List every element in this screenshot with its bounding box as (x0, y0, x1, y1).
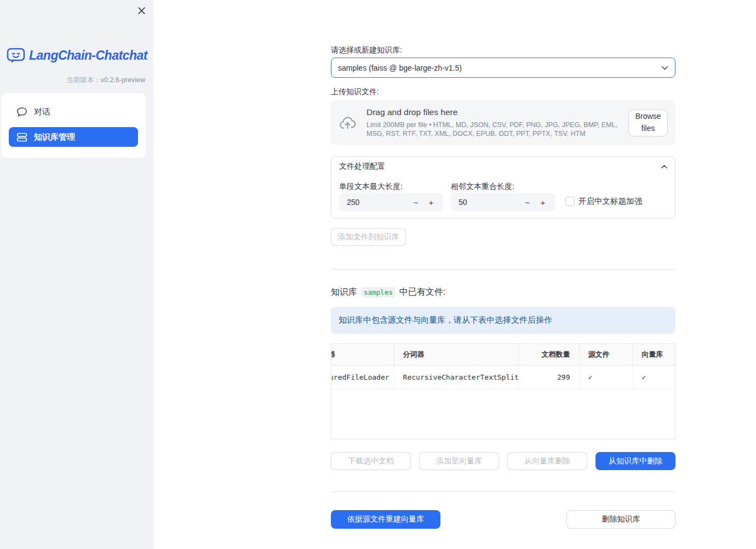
add-to-vector-store-button[interactable]: 添加至向量库 (419, 452, 499, 470)
cell-splitter: RecursiveCharacterTextSplitter (394, 365, 519, 389)
kb-bottom-buttons: 依据源文件重建向量库 删除知识库 (331, 510, 675, 529)
kb-select-label: 请选择或新建知识库: (331, 45, 675, 55)
kb-files-prefix: 知识库 (331, 287, 357, 298)
file-config-expander: 文件处理配置 单段文本最大长度: 相邻文本重合长度: 250 − + 50 − … (331, 156, 675, 219)
stacked-database-icon (16, 132, 27, 142)
sidebar-close-button[interactable] (135, 4, 147, 16)
chatchat-logo-icon (7, 47, 25, 64)
overlap-increment-button[interactable]: + (535, 195, 551, 210)
chat-bubble-icon (16, 107, 27, 117)
table-header-loader[interactable]: 器 (331, 344, 394, 365)
table-header-row: 器 分词器 文档数量 源文件 向量库 (331, 344, 675, 365)
sidebar-item-label: 知识库管理 (34, 132, 75, 142)
kb-files-suffix: 中已有文件: (399, 287, 445, 298)
delete-kb-button[interactable]: 删除知识库 (566, 510, 675, 529)
info-alert-text: 知识库中包含源文件与向量库，请从下表中选择文件后操作 (339, 315, 552, 325)
app-logo: LangChain-Chatchat (7, 47, 147, 64)
chunk-size-label: 单段文本最大长度: (339, 182, 403, 192)
chunk-size-decrement-button[interactable]: − (408, 195, 423, 210)
overlap-input[interactable]: 50 − + (451, 193, 555, 211)
cell-loader: uredFileLoader (331, 365, 394, 389)
divider (331, 269, 675, 270)
cell-source-file-check: ✓ (580, 365, 633, 389)
table-row[interactable]: uredFileLoader RecursiveCharacterTextSpl… (331, 365, 675, 390)
add-files-to-kb-button[interactable]: 添加文件到知识库 (331, 228, 406, 246)
close-icon (138, 7, 146, 15)
version-info: 当前版本：v0.2.6-preview (66, 76, 145, 85)
sidebar-menu: 对话 知识库管理 (1, 93, 146, 158)
main-content: 请选择或新建知识库: samples (faiss @ bge-large-zh… (331, 0, 675, 549)
uploader-title: Drag and drop files here (366, 107, 628, 117)
sidebar-item-dialogue[interactable]: 对话 (9, 102, 138, 122)
kb-selected-option: samples (faiss @ bge-large-zh-v1.5) (338, 64, 661, 72)
chunk-size-input[interactable]: 250 − + (339, 193, 443, 211)
overlap-label: 相邻文本重合长度: (451, 182, 514, 192)
cell-vector-store-check: ✓ (633, 365, 675, 389)
sidebar: LangChain-Chatchat 当前版本：v0.2.6-preview 对… (0, 0, 153, 549)
chunk-size-value: 250 (347, 198, 408, 207)
cell-doc-count: 299 (519, 365, 580, 389)
kb-files-heading: 知识库 samples 中已有文件: (331, 287, 675, 298)
file-uploader-dropzone[interactable]: Drag and drop files here Limit 200MB per… (331, 100, 675, 145)
uploader-limit-text: Limit 200MB per file • HTML, MD, JSON, C… (366, 121, 628, 139)
version-value: v0.2.6-preview (101, 76, 145, 84)
zh-title-enhance-label: 开启中文标题加强 (579, 196, 642, 207)
cloud-upload-icon (339, 115, 357, 131)
kb-files-table: 器 分词器 文档数量 源文件 向量库 uredFileLoader Recurs… (331, 344, 675, 439)
kb-name-code: samples (362, 287, 395, 298)
table-header-doc-count[interactable]: 文档数量 (519, 344, 580, 365)
uploader-text: Drag and drop files here Limit 200MB per… (366, 107, 628, 139)
chevron-up-icon (661, 165, 667, 169)
browse-files-button[interactable]: Browse files (628, 110, 668, 136)
table-header-vector-store[interactable]: 向量库 (633, 344, 675, 365)
divider (331, 491, 675, 492)
expander-title: 文件处理配置 (339, 162, 661, 171)
rebuild-vector-store-button[interactable]: 依据源文件重建向量库 (331, 510, 440, 529)
sidebar-item-knowledge-base[interactable]: 知识库管理 (9, 127, 138, 147)
table-header-splitter[interactable]: 分词器 (394, 344, 519, 365)
app-logo-text: LangChain-Chatchat (29, 48, 147, 63)
sidebar-item-label: 对话 (34, 107, 50, 117)
upload-label: 上传知识文件: (331, 87, 675, 97)
expander-header[interactable]: 文件处理配置 (331, 157, 675, 176)
app-window: LangChain-Chatchat 当前版本：v0.2.6-preview 对… (0, 0, 756, 549)
table-header-source-file[interactable]: 源文件 (580, 344, 633, 365)
version-label: 当前版本： (66, 76, 101, 84)
kb-select-dropdown[interactable]: samples (faiss @ bge-large-zh-v1.5) (331, 58, 675, 78)
overlap-value: 50 (459, 198, 520, 207)
overlap-decrement-button[interactable]: − (520, 195, 535, 210)
chunk-size-increment-button[interactable]: + (423, 195, 439, 210)
delete-from-kb-button[interactable]: 从知识库中删除 (595, 452, 675, 470)
info-alert: 知识库中包含源文件与向量库，请从下表中选择文件后操作 (331, 307, 675, 334)
chevron-down-icon (661, 66, 668, 70)
table-action-buttons: 下载选中文档 添加至向量库 从向量库删除 从知识库中删除 (331, 452, 675, 470)
download-selected-docs-button[interactable]: 下载选中文档 (331, 452, 411, 470)
zh-title-enhance-checkbox[interactable] (565, 197, 575, 206)
delete-from-vector-store-button[interactable]: 从向量库删除 (507, 452, 587, 470)
